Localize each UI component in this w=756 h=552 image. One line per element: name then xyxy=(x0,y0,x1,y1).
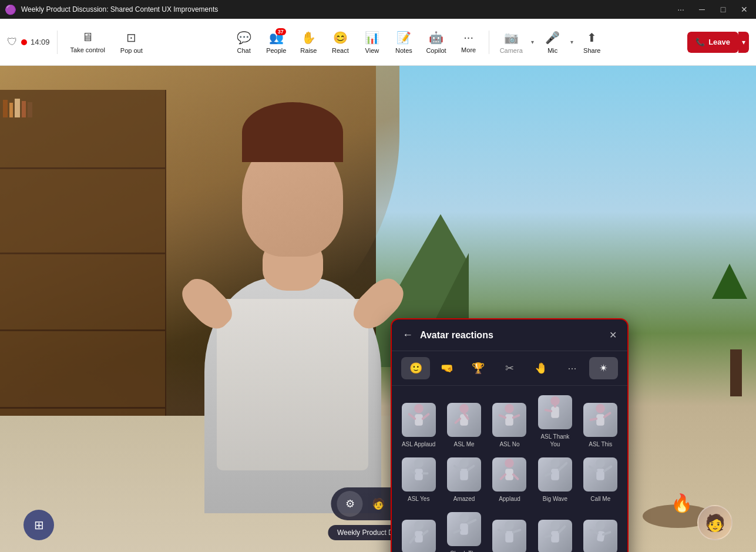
panel-back-button[interactable]: ← xyxy=(402,329,413,341)
close-button[interactable]: ✕ xyxy=(737,2,751,16)
share-button[interactable]: ⬆ Share xyxy=(577,27,607,58)
tab-gesture[interactable]: 🤜 xyxy=(432,357,461,379)
titlebar: 🟣 Weekly Product Discussion: Shared Cont… xyxy=(0,0,756,19)
panel-category-tabs: 🙂 🤜 🏆 ✂ 🤚 ··· ✴ xyxy=(392,351,627,386)
mic-button[interactable]: 🎤 Mic xyxy=(537,27,568,58)
reaction-asl-this[interactable]: ASL This xyxy=(579,391,623,452)
tab-hand[interactable]: 🤚 xyxy=(526,357,555,379)
svg-line-25 xyxy=(604,413,610,417)
copilot-label: Copilot xyxy=(426,47,446,54)
react-button[interactable]: 😊 React xyxy=(325,27,355,58)
asl-me-figure xyxy=(449,403,479,437)
leave-chevron-button[interactable]: ▾ xyxy=(738,32,749,53)
copilot-button[interactable]: 🤖 Copilot xyxy=(420,27,452,58)
reaction-cheers-salute[interactable]: Cheers Salute xyxy=(488,507,532,552)
chat-button[interactable]: 💬 Chat xyxy=(229,27,259,58)
tab-achievement[interactable]: 🏆 xyxy=(464,357,493,379)
reaction-asl-thank-you[interactable]: ASL Thank You xyxy=(533,391,577,452)
reaction-chefs-kiss[interactable]: Chef's Kiss xyxy=(533,507,577,552)
avatar-appearance-icon: 🧑 xyxy=(372,497,385,510)
svg-rect-36 xyxy=(506,469,514,480)
reaction-call-me-avatar xyxy=(583,457,617,492)
svg-line-33 xyxy=(455,466,461,470)
reaction-asl-applaud-avatar xyxy=(402,403,436,437)
mic-chevron[interactable]: ▾ xyxy=(568,38,576,46)
mic-label: Mic xyxy=(547,47,557,54)
svg-point-47 xyxy=(414,521,423,530)
svg-point-43 xyxy=(596,459,605,467)
reaction-applaud[interactable]: Applaud xyxy=(488,453,532,506)
tab-special[interactable]: ✴ xyxy=(589,357,618,379)
tab-more[interactable]: ··· xyxy=(557,357,586,379)
recording-indicator xyxy=(21,39,27,45)
reaction-check-horizon[interactable]: Check The Horizon xyxy=(442,507,486,552)
asl-yes-figure xyxy=(404,457,434,492)
share-icon: ⬆ xyxy=(587,31,597,45)
reaction-asl-me-label: ASL Me xyxy=(453,440,474,448)
svg-point-39 xyxy=(550,459,559,467)
svg-line-41 xyxy=(559,463,567,470)
take-control-icon: 🖥 xyxy=(82,31,93,44)
svg-point-55 xyxy=(505,521,514,530)
svg-line-50 xyxy=(422,531,427,534)
reaction-big-wave[interactable]: Big Wave xyxy=(533,453,577,506)
more-options-button[interactable]: ··· xyxy=(674,2,688,16)
panel-close-button[interactable]: ✕ xyxy=(609,329,617,341)
mic-group: 🎤 Mic ▾ xyxy=(537,27,576,58)
more-button[interactable]: ··· More xyxy=(453,27,484,57)
reaction-amazed[interactable]: Amazed xyxy=(442,453,486,506)
reaction-club-dance[interactable]: Club Dance xyxy=(579,507,623,552)
svg-rect-16 xyxy=(506,414,514,425)
scene-background: 🔥 xyxy=(0,66,756,552)
svg-rect-52 xyxy=(460,523,468,534)
reaction-chefs-kiss-avatar xyxy=(538,520,572,552)
view-button[interactable]: 📊 View xyxy=(357,27,387,58)
svg-rect-60 xyxy=(551,531,559,542)
camera-chevron[interactable]: ▾ xyxy=(529,38,536,46)
take-control-button[interactable]: 🖥 Take control xyxy=(65,27,111,57)
react-label: React xyxy=(332,47,349,54)
asl-thankyou-figure xyxy=(540,395,570,429)
svg-line-38 xyxy=(513,474,518,479)
people-badge: 👥 37 xyxy=(269,31,284,45)
notes-button[interactable]: 📝 Notes xyxy=(388,27,419,58)
svg-rect-28 xyxy=(415,469,423,480)
window-title: Weekly Product Discussion: Shared Conten… xyxy=(21,5,218,14)
reaction-check[interactable]: Check xyxy=(397,507,441,552)
pop-out-button[interactable]: ⊡ Pop out xyxy=(115,27,149,58)
raise-button[interactable]: ✋ Raise xyxy=(293,27,324,58)
leave-button[interactable]: 📞 Leave xyxy=(687,32,738,53)
avatar-settings-button[interactable]: ⚙ xyxy=(337,491,363,517)
separator-1 xyxy=(57,31,58,54)
notes-label: Notes xyxy=(395,47,412,54)
svg-point-51 xyxy=(459,513,468,522)
minimize-button[interactable]: ─ xyxy=(695,2,709,16)
avatar-reactions-panel: ← Avatar reactions ✕ 🙂 🤜 🏆 ✂ 🤚 ··· ✴ xyxy=(391,318,629,552)
check-figure xyxy=(404,520,434,552)
tab-emoji[interactable]: 🙂 xyxy=(401,357,430,379)
svg-rect-24 xyxy=(597,414,605,425)
reaction-check-horizon-label: Check The Horizon xyxy=(444,550,483,552)
reaction-asl-me[interactable]: ASL Me xyxy=(442,391,486,452)
tab-action[interactable]: ✂ xyxy=(495,357,524,379)
avatar-thumbnail[interactable]: 🧑 xyxy=(697,505,733,540)
raise-label: Raise xyxy=(300,47,317,54)
reaction-asl-applaud[interactable]: ASL Applaud xyxy=(397,391,441,452)
reaction-big-wave-avatar xyxy=(538,457,572,492)
svg-rect-32 xyxy=(460,469,468,480)
camera-button[interactable]: 📷 Camera xyxy=(494,27,529,58)
avatar-appearance-button[interactable]: 🧑 xyxy=(365,491,391,517)
svg-line-9 xyxy=(409,414,415,419)
reaction-asl-yes[interactable]: ASL Yes xyxy=(397,453,441,506)
svg-line-65 xyxy=(591,530,598,533)
separator-2 xyxy=(489,31,489,54)
reaction-call-me[interactable]: Call Me xyxy=(579,453,623,506)
maximize-button[interactable]: □ xyxy=(716,2,730,16)
svg-line-53 xyxy=(468,520,476,524)
reactions-grid: ASL Applaud ASL Me xyxy=(392,386,627,552)
meeting-content: 🔥 ← Avatar reactions ✕ 🙂 🤜 🏆 ✂ 🤚 ··· ✴ xyxy=(0,66,756,552)
more-icon: ··· xyxy=(463,31,473,44)
people-button[interactable]: 👥 37 People xyxy=(260,27,292,58)
reaction-asl-no[interactable]: ASL No xyxy=(488,391,532,452)
grid-menu-button[interactable]: ⊞ xyxy=(23,510,54,540)
